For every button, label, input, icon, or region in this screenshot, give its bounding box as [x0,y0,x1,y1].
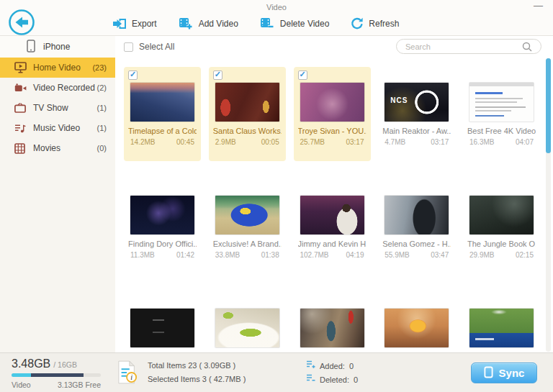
storage-capacity: / 16GB [53,360,77,369]
video-thumbnail [469,83,534,122]
search-input[interactable] [397,42,522,51]
video-thumbnail [300,196,364,234]
tv-icon [14,102,27,114]
toolbar-button-label: Refresh [369,19,399,29]
video-grid: Timelapse of a Cold 14.2MB 00:45 Santa C… [115,58,553,352]
video-checkbox[interactable] [298,70,307,80]
toolbar-button-label: Export [132,19,157,29]
video-card[interactable]: Finding Dory Offici... 11.3MB 01:42 [124,180,201,274]
sidebar-item-video-recorded[interactable]: Video Recorded(2) [0,78,115,98]
storage-type-label: Video [12,380,31,389]
video-meta: 29.9MB 02:15 [467,251,536,259]
sidebar-item-home-video[interactable]: Home Video(23) [0,58,115,78]
video-size: 2.9MB [215,138,236,146]
video-card[interactable]: The Jungle Book O... 29.9MB 02:15 [463,180,540,274]
titlebar: Video — [0,0,553,13]
sidebar-item-count: (1) [97,104,107,112]
status-bar: 3.48GB / 16GB Video 3.13GB Free i Tot [0,352,553,392]
video-duration: 00:45 [176,138,194,146]
select-all-label: Select All [139,42,174,52]
sidebar-item-count: (23) [92,63,107,72]
video-card[interactable]: Jimmy and Kevin H... 102.7MB 04:19 [294,180,371,274]
video-card[interactable]: Santa Claus Works... 2.9MB 00:05 [209,67,286,161]
video-meta: 16.3MB 04:07 [467,138,536,146]
video-card[interactable] [294,293,371,352]
video-title: Finding Dory Offici... [128,240,197,248]
video-size: 55.9MB [385,251,409,259]
video-size: 11.3MB [130,251,155,259]
content-header: Select All [115,36,553,58]
refresh-button[interactable]: Refresh [351,17,399,30]
video-meta: 102.7MB 04:19 [298,251,367,259]
refresh-icon [351,17,364,30]
video-thumbnail: NCS [385,83,449,122]
video-meta: 33.8MB 01:38 [213,251,282,259]
video-card[interactable] [124,293,201,352]
camcorder-icon [14,82,27,94]
sidebar-item-label: Home Video [33,63,81,73]
video-meta: 4.7MB 03:17 [382,138,451,146]
sidebar-device-iphone[interactable]: iPhone [0,36,115,58]
film-plus-icon [179,17,194,30]
video-card[interactable]: Troye Sivan - YOU... 25.7MB 03:17 [294,67,371,161]
deleted-icon [306,373,315,387]
video-card[interactable]: Selena Gomez - H... 55.9MB 03:47 [378,180,455,274]
sync-button[interactable]: Sync [471,363,537,383]
sidebar-item-count: (2) [97,83,107,92]
selected-items-label: Selected Items 3 ( 42.7MB ) [148,373,246,386]
video-thumbnail [300,83,364,122]
video-duration: 04:07 [516,138,534,146]
video-card[interactable] [463,293,540,352]
video-thumbnail [130,196,194,234]
toolbar-button-label: Add Video [199,19,238,29]
scrollbar[interactable] [546,58,551,352]
video-duration: 03:17 [346,138,364,146]
video-card[interactable]: NCS Main Reaktor - Aw... 4.7MB 03:17 [378,67,455,161]
sidebar-item-music-video[interactable]: Music Video(1) [0,118,115,138]
sync-status: Added: 0 Deleted: 0 [306,360,358,387]
sidebar-item-label: Video Recorded [33,83,95,93]
video-size: 4.7MB [385,138,405,146]
video-meta: 2.9MB 00:05 [213,138,282,146]
toolbar-button-label: Delete Video [280,19,330,29]
video-card[interactable] [378,293,455,352]
video-title: Troye Sivan - YOU... [298,127,367,135]
select-all-checkbox[interactable] [124,42,133,52]
video-thumbnail [215,196,279,234]
sidebar-item-count: (1) [97,124,107,132]
video-card[interactable]: Timelapse of a Cold 14.2MB 00:45 [124,67,201,161]
video-checkbox[interactable] [128,70,138,80]
video-checkbox[interactable] [213,70,222,80]
total-items-label: Total Items 23 ( 3.09GB ) [148,359,246,373]
video-card[interactable] [209,293,286,352]
phone-icon [27,40,35,55]
sidebar-item-movies[interactable]: Movies(0) [0,138,115,158]
video-card[interactable]: Best Free 4K Video... 16.3MB 04:07 [463,67,540,161]
music-note-icon [14,122,27,134]
delete-video-button[interactable]: Delete Video [260,17,330,30]
scrollbar-thumb[interactable] [546,58,551,153]
video-duration: 04:19 [346,251,364,259]
back-arrow-icon [8,26,35,38]
video-meta: 25.7MB 03:17 [298,138,367,146]
video-card[interactable]: Exclusive! A Brand... 33.8MB 01:38 [209,180,286,274]
video-title: Best Free 4K Video... [467,127,536,135]
add-video-button[interactable]: Add Video [179,17,238,30]
video-title: Main Reaktor - Aw... [382,127,451,135]
back-button[interactable] [8,9,35,36]
minimize-button[interactable]: — [531,0,546,11]
screen-play-icon [14,62,27,73]
added-icon [306,360,315,373]
video-duration: 03:17 [431,138,449,146]
video-size: 14.2MB [130,138,155,146]
video-meta: 14.2MB 00:45 [128,138,197,146]
video-size: 25.7MB [300,138,325,146]
info-document-icon: i [117,360,138,388]
video-thumbnail [130,309,194,347]
sidebar-item-tv-show[interactable]: TV Show(1) [0,98,115,118]
export-button[interactable]: Export [112,17,157,30]
video-thumbnail [469,196,534,234]
video-title: Selena Gomez - H... [382,240,451,248]
item-totals: Total Items 23 ( 3.09GB ) Selected Items… [148,359,246,386]
video-thumbnail [385,309,449,347]
